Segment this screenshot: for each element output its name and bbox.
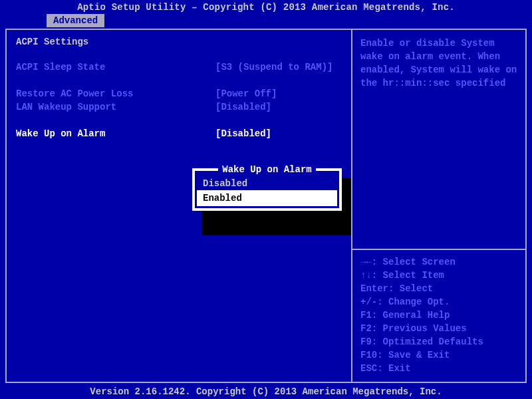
key-help-change-opt: +/-: Change Opt.	[360, 295, 519, 309]
tab-advanced[interactable]: Advanced	[47, 14, 104, 27]
setting-wake-on-alarm[interactable]: Wake Up on Alarm [Disabled]	[16, 127, 342, 140]
key-help-enter: Enter: Select	[360, 282, 519, 295]
setting-label: Restore AC Power Loss	[16, 87, 215, 100]
setting-label: Wake Up on Alarm	[16, 127, 215, 140]
key-help-f1: F1: General Help	[360, 309, 519, 322]
setting-value: [S3 (Suspend to RAM)]	[215, 61, 342, 74]
key-help-f2: F2: Previous Values	[360, 322, 519, 335]
key-help-f9: F9: Optimized Defaults	[360, 335, 519, 348]
setting-value: [Disabled]	[215, 127, 342, 140]
setting-value: [Power Off]	[215, 87, 342, 100]
key-help-esc: ESC: Exit	[360, 362, 519, 375]
setting-acpi-sleep-state[interactable]: ACPI Sleep State [S3 (Suspend to RAM)]	[16, 61, 342, 74]
footer-version: Version 2.16.1242. Copyright (C) 2013 Am…	[0, 384, 532, 399]
context-help-text: Enable or disable System wake on alarm e…	[360, 37, 519, 245]
key-help-f10: F10: Save & Exit	[360, 348, 519, 362]
key-help-select-screen: →←: Select Screen	[360, 255, 519, 269]
option-popup: Wake Up on Alarm Disabled Enabled	[192, 168, 342, 211]
popup-title: Wake Up on Alarm	[218, 164, 315, 175]
app-title: Aptio Setup Utility – Copyright (C) 2013…	[0, 0, 532, 14]
section-heading: ACPI Settings	[16, 37, 342, 47]
key-help-select-item: ↑↓: Select Item	[360, 269, 519, 282]
bios-screen: Aptio Setup Utility – Copyright (C) 2013…	[0, 0, 532, 399]
setting-lan-wakeup[interactable]: LAN Wakeup Support [Disabled]	[16, 100, 342, 114]
setting-label: ACPI Sleep State	[16, 61, 215, 74]
setting-label: LAN Wakeup Support	[16, 100, 215, 114]
key-help-list: →←: Select Screen ↑↓: Select Item Enter:…	[360, 255, 519, 375]
tab-row: Advanced	[0, 14, 532, 29]
popup-option-enabled[interactable]: Enabled	[198, 191, 336, 205]
setting-restore-ac-power[interactable]: Restore AC Power Loss [Power Off]	[16, 87, 342, 100]
help-separator	[352, 249, 525, 250]
popup-option-disabled[interactable]: Disabled	[195, 176, 339, 191]
setting-value: [Disabled]	[215, 100, 342, 114]
help-pane: Enable or disable System wake on alarm e…	[352, 30, 525, 382]
popup-options: Disabled Enabled	[195, 176, 339, 205]
main-area: ACPI Settings ACPI Sleep State [S3 (Susp…	[0, 29, 532, 384]
